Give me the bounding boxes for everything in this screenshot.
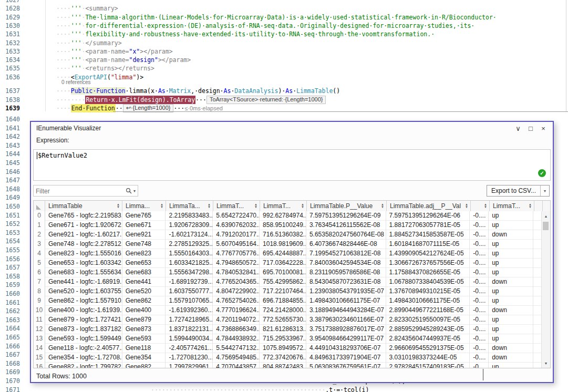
table-cell: -0.... (470, 211, 489, 221)
table-cell: 1.498430106661175E-07 (306, 296, 386, 306)
table-cell (533, 259, 542, 268)
table-row[interactable]: 14Gene118 - logfc:-2.40577...Gene118-2.4… (34, 344, 542, 353)
sort-icon[interactable]: ▲▼ (301, 203, 304, 209)
table-cell: 1.4399090542127624E-05 (386, 249, 470, 259)
table-cell: 1.175884370826655E-05 (386, 268, 470, 277)
table-cell: up (489, 296, 533, 306)
table-row[interactable]: 9Gene862 - logfc:1.557910...Gene8621.557… (34, 296, 542, 306)
table-row[interactable]: 13Gene593 - logfc:1.599449...Gene5931.59… (34, 334, 542, 344)
table-row[interactable]: 11Gene879 - logfc:1.727421...Gene8791.72… (34, 315, 542, 325)
column-header[interactable]: LimmaTable▲▼ (45, 201, 122, 211)
table-cell: 5.6535820247560764E-08 (306, 230, 386, 240)
table-row[interactable]: 2Gene921 - logfc:-1.60217...Gene921-1.60… (34, 230, 542, 240)
table-row[interactable]: 8Gene520 - logfc:1.603755...Gene5201.603… (34, 287, 542, 296)
column-header[interactable]: ▲▼ (471, 201, 490, 211)
table-cell: 2.9782845157409183E-05 (386, 363, 470, 368)
table-row[interactable]: 3Gene748 - logfc:2.278512...Gene7482.278… (34, 240, 542, 249)
sort-icon[interactable]: ▲▼ (484, 203, 487, 209)
filter-dropdown-icon[interactable]: ▾ (133, 189, 136, 193)
sort-icon[interactable]: ▲▼ (529, 203, 532, 209)
table-cell: -1.602173124... (166, 230, 213, 240)
table-row[interactable]: 6Gene683 - logfc:1.555634...Gene6831.555… (34, 268, 542, 277)
table-row[interactable]: 16Gene882 - logfc:1.799782...Gene8821.79… (34, 363, 542, 368)
sort-icon[interactable]: ▲▼ (254, 203, 257, 209)
column-header[interactable]: LimmaT...▲▼ (213, 201, 260, 211)
scroll-down-icon[interactable]: ▼ (542, 359, 550, 367)
row-index: 2 (34, 230, 45, 240)
column-header[interactable]: Limma...▲▼ (122, 201, 166, 211)
export-to-csv-button[interactable]: Export to CSV... ▾ (487, 185, 550, 197)
gutter-line-number: 1669 (0, 368, 20, 376)
table-cell: 1.0678807338404539E-05 (386, 277, 470, 287)
table-cell: Gene683 - logfc:1.555634... (45, 268, 122, 277)
table-cell: Gene823 (122, 249, 166, 259)
code-line: ········································… (56, 386, 369, 392)
table-cell: 1.7997829961... (166, 363, 213, 368)
table-row[interactable]: 5Gene653 - logfc:1.603342...Gene6531.603… (34, 259, 542, 268)
table-row[interactable]: 15Gene354 - logfc:-1.72708...Gene354-1.7… (34, 353, 542, 363)
column-header-label: LimmaTa... (169, 202, 200, 210)
gutter-line-number: 1632 (0, 39, 20, 47)
column-header[interactable]: LimmaTable.P__Value▲▼ (307, 201, 387, 211)
scrollbar-thumb[interactable] (543, 222, 549, 230)
table-cell: Gene520 - logfc:1.603755... (45, 287, 122, 296)
table-cell: 4.7948650572... (213, 259, 260, 268)
table-row[interactable]: 1Gene671 - logfc:1.920672...Gene6711.920… (34, 221, 542, 230)
table-cell: 992.62784974... (260, 211, 306, 221)
table-cell: 696.71884855... (260, 296, 306, 306)
sort-icon[interactable]: ▲▼ (117, 203, 120, 209)
export-to-csv-label: Export to CSV... (487, 185, 540, 196)
column-header[interactable]: LimmaT...▲▼ (260, 201, 307, 211)
grid-vertical-scrollbar[interactable]: ▲ ▼ (541, 211, 550, 368)
close-icon[interactable]: × (537, 122, 550, 134)
sort-icon[interactable]: ▲▼ (208, 203, 211, 209)
codelens-references[interactable]: 0 references (61, 79, 91, 86)
export-dropdown-icon[interactable]: ▾ (540, 185, 549, 196)
scroll-up-icon[interactable]: ▲ (542, 212, 550, 220)
table-cell: 2.2195833483... (166, 211, 213, 221)
gutter-line-number: 1653 (0, 229, 20, 237)
table-cell: 717.03642228... (260, 259, 306, 268)
select-all-corner[interactable] (34, 201, 45, 211)
table-cell: 695.70100081... (260, 268, 306, 277)
column-header[interactable]: LimmaTa...▲▼ (166, 201, 213, 211)
column-header[interactable]: LimmaT...▲▼ (490, 201, 534, 211)
gutter-line-number: 1640 (0, 115, 20, 123)
chevron-down-icon[interactable]: ∨ (512, 122, 524, 134)
debugger-value-box[interactable]: ToArray<TSource>·returned:·{Length=1000} (206, 96, 326, 104)
table-cell: 3.7517388928876017E-07 (306, 325, 386, 334)
search-icon[interactable] (126, 188, 132, 194)
dialog-titlebar[interactable]: IEnumerable Visualizer ∨□× (31, 122, 553, 135)
gutter-line-number: 1631 (0, 30, 20, 38)
table-cell: 2.2785129325... (166, 240, 213, 249)
filter-field[interactable]: ▾ (33, 185, 138, 197)
table-cell: -0.... (470, 353, 489, 363)
gutter-line-number: 1641 (0, 124, 20, 132)
row-index: 9 (34, 296, 45, 306)
sort-icon[interactable]: ▲▼ (160, 203, 163, 209)
sort-icon[interactable]: ▲▼ (465, 203, 468, 209)
filter-input[interactable] (35, 186, 121, 197)
table-row[interactable]: 10Gene400 - logfc:-1.61939...Gene400-1.6… (34, 306, 542, 315)
maximize-icon[interactable]: □ (524, 122, 537, 134)
table-cell: Gene441 (122, 277, 166, 287)
table-cell: down (489, 277, 533, 287)
table-cell: 3.9540984664299117E-07 (306, 334, 386, 344)
table-row[interactable]: 4Gene823 - logfc:1.555016...Gene8231.555… (34, 249, 542, 259)
row-index: 11 (34, 315, 45, 325)
sort-icon[interactable]: ▲▼ (381, 203, 384, 209)
table-cell: 1.601841687071115E-05 (386, 240, 470, 249)
table-cell: 1018.9819609... (260, 240, 306, 249)
column-header-label: LimmaTable.P__Value (310, 202, 373, 210)
table-cell: -0.... (470, 344, 489, 353)
table-row[interactable]: 7Gene441 - logfc:-1.68919...Gene441-1.68… (34, 277, 542, 287)
table-cell: Gene118 - logfc:-2.40577... (45, 344, 122, 353)
table-cell: 2.823302519550097E-05 (386, 315, 470, 325)
table-cell: Gene862 - logfc:1.557910... (45, 296, 122, 306)
table-row[interactable]: 12Gene873 - logfc:1.837182...Gene8731.83… (34, 325, 542, 334)
table-row[interactable]: 0Gene765 - logfc:2.219583...Gene7652.219… (34, 211, 542, 221)
column-header-label: LimmaT... (493, 202, 520, 210)
table-cell: 4.7368866349... (213, 325, 260, 334)
expression-input[interactable]: $ReturnValue2 ✓ (33, 149, 551, 181)
column-header[interactable]: LimmaTable.adj__P__Val▲▼ (387, 201, 471, 211)
